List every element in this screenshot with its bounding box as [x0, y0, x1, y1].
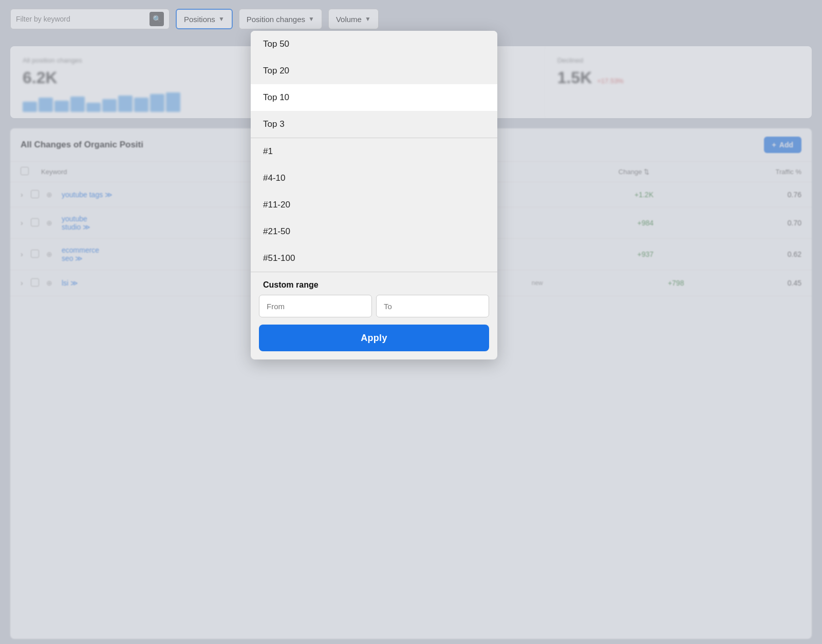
apply-button[interactable]: Apply: [259, 325, 489, 351]
dropdown-item-label: Top 3: [263, 119, 285, 129]
to-input[interactable]: [376, 295, 489, 317]
from-input[interactable]: [259, 295, 372, 317]
dropdown-item-label: #1: [263, 146, 273, 156]
dropdown-item-11-20[interactable]: #11-20: [251, 192, 497, 218]
dropdown-item-top50[interactable]: Top 50: [251, 31, 497, 58]
dropdown-item-51-100[interactable]: #51-100: [251, 245, 497, 272]
dropdown-item-label: #4-10: [263, 173, 285, 183]
dropdown-item-label: Top 20: [263, 66, 289, 75]
dropdown-item-top20[interactable]: Top 20: [251, 58, 497, 84]
dropdown-item-21-50[interactable]: #21-50: [251, 218, 497, 245]
dropdown-item-label: #21-50: [263, 226, 290, 236]
dropdown-item-label: #11-20: [263, 200, 290, 210]
dropdown-item-top3[interactable]: Top 3: [251, 111, 497, 138]
dropdown-item-label: Top 50: [263, 39, 289, 49]
dropdown-item-top10[interactable]: Top 10: [251, 84, 497, 111]
dropdown-item-1[interactable]: #1: [251, 138, 497, 165]
custom-range-label: Custom range: [251, 272, 497, 295]
custom-range-row: [251, 295, 497, 325]
apply-label: Apply: [361, 333, 387, 343]
dropdown-item-label: Top 10: [263, 92, 289, 102]
dropdown-item-label: #51-100: [263, 253, 295, 263]
positions-dropdown-menu: Top 50 Top 20 Top 10 Top 3 #1 #4-10 #11-…: [251, 31, 497, 359]
dropdown-item-4-10[interactable]: #4-10: [251, 165, 497, 192]
